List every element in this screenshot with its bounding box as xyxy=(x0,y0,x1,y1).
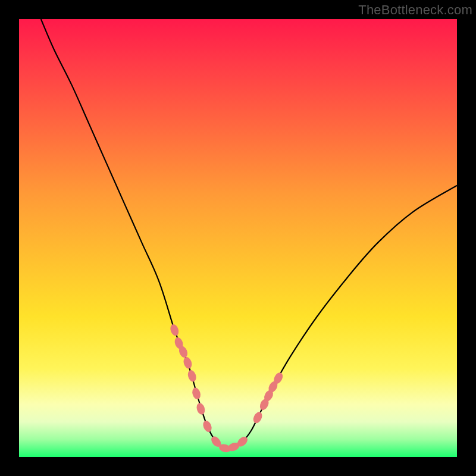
highlight-marker xyxy=(195,402,206,416)
chart-frame: TheBottleneck.com xyxy=(0,0,476,476)
marker-group xyxy=(169,323,284,453)
highlight-marker xyxy=(252,411,264,425)
highlight-marker xyxy=(182,356,193,369)
watermark-text: TheBottleneck.com xyxy=(358,2,472,18)
bottleneck-curve xyxy=(41,19,457,449)
highlight-marker xyxy=(191,387,202,400)
chart-plot-area xyxy=(19,19,457,457)
chart-svg xyxy=(19,19,457,457)
highlight-marker xyxy=(186,369,197,383)
highlight-marker xyxy=(202,419,214,433)
highlight-marker xyxy=(169,323,180,337)
